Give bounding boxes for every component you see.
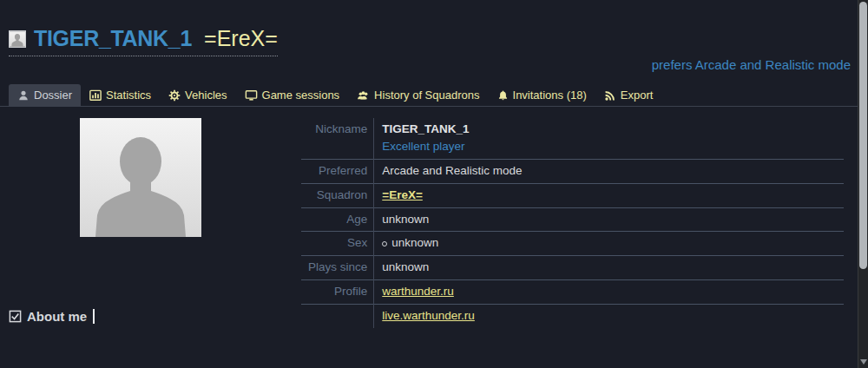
table-row: Sex unknown xyxy=(301,232,844,256)
profile-link[interactable]: warthunder.ru xyxy=(382,285,454,298)
scrollbar[interactable] xyxy=(858,0,868,368)
scrollbar-down-arrow-icon[interactable] xyxy=(860,359,867,365)
row-label: Age xyxy=(301,207,374,232)
squadron-link[interactable]: =EreX= xyxy=(382,188,423,201)
table-row: Age unknown xyxy=(301,207,844,232)
tab-history-of-squadrons[interactable]: History of Squadrons xyxy=(348,84,488,106)
plays-since-value: unknown xyxy=(374,256,844,280)
gender-icon xyxy=(382,241,387,246)
nickname-value: TIGER_TANK_1 xyxy=(382,122,837,137)
about-me-label: About me xyxy=(27,309,87,324)
row-label: Preferred xyxy=(301,159,374,183)
tab-statistics[interactable]: Statistics xyxy=(81,84,160,106)
text-caret xyxy=(93,309,95,324)
tab-label: Vehicles xyxy=(185,89,227,102)
tab-game-sessions[interactable]: Game sessions xyxy=(236,84,349,106)
table-row: Squadron =EreX= xyxy=(301,183,844,207)
row-label: Plays since xyxy=(301,256,374,280)
sex-value: unknown xyxy=(391,236,438,249)
rating-link[interactable]: Excellent player xyxy=(382,140,464,153)
tab-label: Dossier xyxy=(34,89,72,102)
rss-icon xyxy=(604,89,616,102)
profile-page: TIGER_TANK_1 =EreX= prefers Arcade and R… xyxy=(0,0,868,368)
about-me-heading: About me xyxy=(9,309,95,324)
avatar-column xyxy=(0,118,301,328)
scrollbar-thumb[interactable] xyxy=(859,2,867,269)
table-row: live.warthunder.ru xyxy=(301,305,844,328)
bell-icon xyxy=(497,89,509,102)
avatar-placeholder-image xyxy=(80,118,201,237)
dossier-table: Nickname TIGER_TANK_1 Excellent player P… xyxy=(301,118,844,328)
gear-icon xyxy=(168,89,181,102)
user-icon xyxy=(17,89,30,102)
tab-label: Statistics xyxy=(106,89,151,102)
tab-invitations[interactable]: Invitations (18) xyxy=(489,84,595,106)
table-row: Nickname TIGER_TANK_1 Excellent player xyxy=(301,118,844,159)
row-label: Nickname xyxy=(301,118,374,159)
live-profile-link[interactable]: live.warthunder.ru xyxy=(382,309,475,322)
tab-dossier[interactable]: Dossier xyxy=(9,84,81,106)
prefers-mode-note: prefers Arcade and Realistic mode xyxy=(652,57,851,72)
row-label: Squadron xyxy=(301,183,374,207)
tab-label: Game sessions xyxy=(262,89,340,102)
tab-label: History of Squadrons xyxy=(374,89,479,102)
preferred-value: Arcade and Realistic mode xyxy=(374,159,844,183)
tab-label: Export xyxy=(621,89,654,102)
checkbox-checked-icon xyxy=(9,310,22,323)
tab-bar: Dossier Statistics Vehicles Game session… xyxy=(0,84,858,107)
tab-export[interactable]: Export xyxy=(595,84,662,106)
player-clan-tag: =EreX= xyxy=(204,28,278,49)
users-icon xyxy=(357,89,370,102)
dossier-panel: Nickname TIGER_TANK_1 Excellent player P… xyxy=(0,118,844,328)
table-row: Preferred Arcade and Realistic mode xyxy=(301,159,844,183)
tab-label: Invitations (18) xyxy=(513,89,587,102)
tab-vehicles[interactable]: Vehicles xyxy=(160,84,235,106)
table-row: Profile warthunder.ru xyxy=(301,280,844,305)
row-label: Sex xyxy=(301,232,374,256)
row-label: Profile xyxy=(301,280,374,305)
page-title: TIGER_TANK_1 =EreX= xyxy=(9,28,278,56)
player-nickname: TIGER_TANK_1 xyxy=(34,28,192,49)
bar-chart-icon xyxy=(89,89,102,102)
avatar-thumbnail-icon xyxy=(9,30,26,48)
age-value: unknown xyxy=(374,207,844,232)
row-label xyxy=(301,305,374,328)
monitor-icon xyxy=(245,89,258,102)
table-row: Plays since unknown xyxy=(301,256,844,280)
